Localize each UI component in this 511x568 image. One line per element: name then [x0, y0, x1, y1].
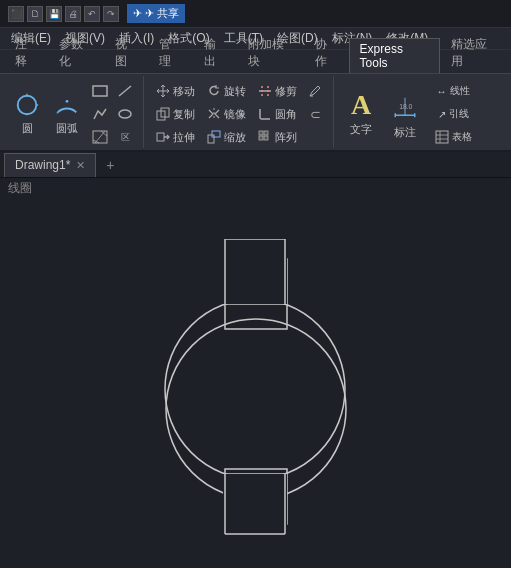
modify-group-content: 移动 旋转 修剪 [150, 76, 327, 150]
linear-button[interactable]: ↔ 线性 [428, 80, 478, 102]
svg-rect-26 [264, 136, 268, 140]
tab-annot[interactable]: 注释 [4, 32, 48, 73]
polyline-button[interactable] [88, 103, 112, 125]
tab-manage[interactable]: 管理 [148, 32, 192, 73]
modify-group: 移动 旋转 修剪 [146, 76, 334, 148]
linear-label: 线性 [450, 84, 470, 98]
rotate-button[interactable]: 旋转 [201, 80, 251, 102]
ellipse-icon [117, 107, 133, 121]
title-icon-group: ⬛ 🗋 💾 🖨 ↶ ↷ [8, 6, 119, 22]
move-label: 移动 [173, 84, 195, 99]
arc-button[interactable]: 圆弧 [48, 88, 86, 140]
dim-icon: 18.0 [387, 88, 423, 123]
modify-row-1: 移动 旋转 修剪 [150, 80, 327, 102]
polyline-icon [92, 107, 108, 121]
share-icon: ✈ [133, 7, 142, 20]
region-button[interactable]: 区 [113, 126, 137, 148]
array-button[interactable]: 阵列 [252, 126, 302, 148]
svg-rect-42 [223, 239, 287, 304]
clip-button[interactable]: ⊂ [303, 103, 327, 125]
shape-svg [155, 239, 355, 568]
leader-label: 引线 [449, 107, 469, 121]
line-button[interactable] [113, 80, 137, 102]
draw-row-3: 区 [88, 126, 137, 148]
dim-button[interactable]: 18.0 标注 [384, 88, 426, 140]
scale-button[interactable]: 缩放 [201, 126, 251, 148]
draw-group-content: 圆 圆弧 [8, 76, 137, 150]
pencil-button[interactable] [303, 80, 327, 102]
tab-param[interactable]: 参数化 [48, 32, 104, 73]
copy-label: 复制 [173, 107, 195, 122]
mirror-label: 镜像 [224, 107, 246, 122]
tab-featured[interactable]: 精选应用 [440, 32, 507, 73]
circle-icon [14, 92, 40, 118]
icon-2[interactable]: 🗋 [27, 6, 43, 22]
share-label: ✈ 共享 [145, 6, 179, 21]
fillet-label: 圆角 [275, 107, 297, 122]
tab-collab[interactable]: 协作 [304, 32, 348, 73]
add-tab-button[interactable]: + [99, 154, 121, 176]
move-icon [156, 84, 170, 98]
ellipse-button[interactable] [113, 103, 137, 125]
line-icon [117, 84, 133, 98]
circle-label: 圆 [22, 121, 33, 136]
rotate-icon [207, 84, 221, 98]
hatch-button[interactable] [88, 126, 112, 148]
array-label: 阵列 [275, 130, 297, 145]
scale-label: 缩放 [224, 130, 246, 145]
icon-1[interactable]: ⬛ [8, 6, 24, 22]
share-button[interactable]: ✈ ✈ 共享 [127, 4, 185, 23]
svg-rect-21 [208, 135, 214, 143]
leader-button[interactable]: ↗ 引线 [428, 103, 478, 125]
draw-small-tools: 区 [88, 80, 137, 148]
trim-button[interactable]: 修剪 [252, 80, 302, 102]
svg-rect-22 [212, 131, 220, 137]
drawing-tab[interactable]: Drawing1* ✕ [4, 153, 96, 177]
rect-button[interactable] [88, 80, 112, 102]
annot-small-tools: ↔ 线性 ↗ 引线 表格 [428, 80, 478, 148]
copy-button[interactable]: 复制 [150, 103, 200, 125]
icon-5[interactable]: ↶ [84, 6, 100, 22]
svg-text:18.0: 18.0 [399, 103, 412, 110]
svg-point-7 [119, 110, 131, 118]
close-tab-button[interactable]: ✕ [76, 159, 85, 172]
text-button[interactable]: A 文字 [340, 88, 382, 140]
array-icon [258, 130, 272, 144]
text-a-icon: A [351, 91, 371, 119]
fillet-button[interactable]: 圆角 [252, 103, 302, 125]
move-button[interactable]: 移动 [150, 80, 200, 102]
arc-icon [54, 92, 80, 118]
stretch-icon [156, 130, 170, 144]
fillet-icon [258, 107, 272, 121]
mirror-button[interactable]: 镜像 [201, 103, 251, 125]
hatch-icon [92, 130, 108, 144]
svg-line-3 [57, 112, 58, 113]
text-label: 文字 [350, 122, 372, 137]
stretch-button[interactable]: 拉伸 [150, 126, 200, 148]
svg-point-41 [165, 299, 345, 479]
trim-icon [258, 84, 272, 98]
svg-rect-19 [157, 133, 164, 141]
table-label: 表格 [452, 130, 472, 144]
ribbon-panel: 圆 圆弧 [0, 74, 511, 152]
modify-row-2: 复制 镜像 圆角 ⊂ [150, 103, 327, 125]
pencil-icon [308, 84, 322, 98]
tab-view[interactable]: 视图 [104, 32, 148, 73]
draw-group: 圆 圆弧 [4, 76, 144, 148]
icon-3[interactable]: 💾 [46, 6, 62, 22]
tab-express-tools[interactable]: Express Tools [349, 38, 441, 73]
tab-bar: Drawing1* ✕ + [0, 152, 511, 178]
svg-rect-32 [436, 131, 448, 143]
tab-output[interactable]: 输出 [193, 32, 237, 73]
icon-4[interactable]: 🖨 [65, 6, 81, 22]
scale-icon [207, 130, 221, 144]
tab-addons[interactable]: 附加模块 [237, 32, 304, 73]
table-button[interactable]: 表格 [428, 126, 478, 148]
icon-6[interactable]: ↷ [103, 6, 119, 22]
svg-line-6 [119, 86, 131, 96]
rotate-label: 旋转 [224, 84, 246, 99]
draw-row-2 [88, 103, 137, 125]
circle-button[interactable]: 圆 [8, 88, 46, 140]
svg-rect-23 [259, 131, 263, 135]
canvas-area[interactable] [0, 199, 511, 568]
